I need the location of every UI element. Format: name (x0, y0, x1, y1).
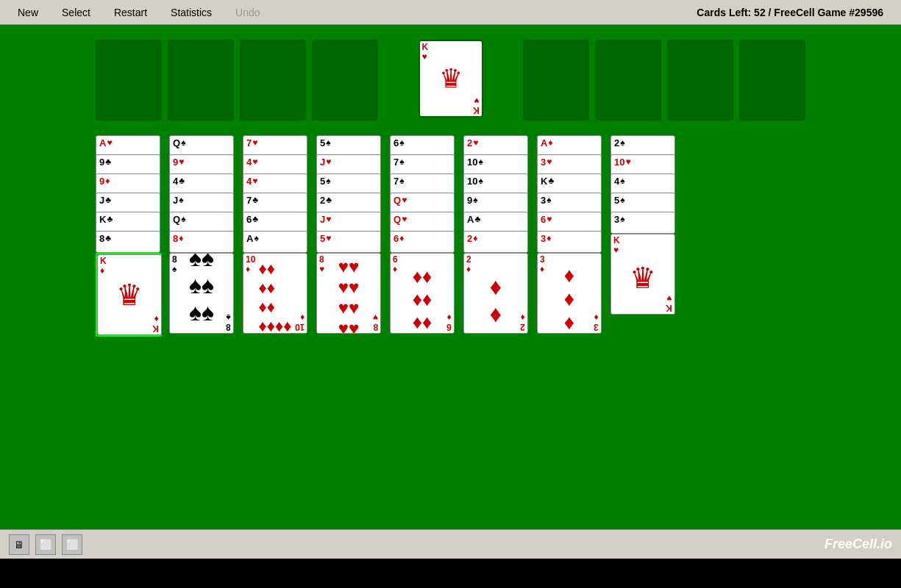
card[interactable]: 2♦ (463, 231, 528, 253)
kd-rank-br: K♦ (152, 314, 159, 333)
card[interactable]: 6♦ (390, 231, 455, 253)
card[interactable]: 8♣ (96, 231, 160, 253)
kh-icon: ♛ (630, 261, 656, 295)
king-diamonds-icon: ♛ (116, 278, 143, 312)
2d-rank-tl: 2♦ (466, 255, 471, 274)
active-king-card[interactable]: K♥ ♛ K♥ (419, 40, 483, 118)
6d-rank-tl: 6♦ (393, 255, 398, 274)
undo-menu: Undo (224, 4, 271, 21)
3d-rank-tl: 3♦ (540, 255, 545, 274)
8h-rank-tl: 8♥ (319, 255, 324, 274)
king-icon: ♛ (439, 63, 463, 94)
foundation-4[interactable] (739, 40, 805, 121)
select-menu[interactable]: Select (50, 4, 102, 21)
card-3diamonds-big[interactable]: 3♦ ♦♦♦ 3♦ (537, 253, 602, 334)
game-area: K♥ ♛ K♥ A♥ 9♣ 9♦ J♣ K♣ 8♣ K♦ (0, 25, 901, 559)
kh-rank-br: K♥ (666, 293, 672, 312)
bottom-bar: 🖥 ⬜ ⬜ FreeCell.io (0, 529, 901, 559)
monitor-icon[interactable]: 🖥 (9, 534, 29, 555)
menubar: New Select Restart Statistics Undo Cards… (0, 0, 901, 25)
column-1: A♥ 9♣ 9♦ J♣ K♣ 8♣ K♦ ♛ K♦ (96, 135, 162, 337)
8h-rank-br: 8♥ (373, 312, 378, 331)
card-2diamonds-big[interactable]: 2♦ ♦♦ 2♦ (463, 253, 528, 334)
bottom-icons: 🖥 ⬜ ⬜ (9, 534, 82, 555)
6d-rank-br: 6♦ (446, 312, 452, 331)
branding: FreeCell.io (825, 537, 892, 552)
new-menu[interactable]: New (6, 4, 50, 21)
free-cell-2[interactable] (168, 40, 234, 121)
card-8hearts[interactable]: 8♥ ♥♥♥♥♥♥♥♥ 8♥ (316, 253, 381, 334)
card-rank-tl: K♥ (422, 43, 429, 62)
2d-rank-br: 2♦ (520, 312, 525, 331)
columns-area: A♥ 9♣ 9♦ J♣ K♣ 8♣ K♦ ♛ K♦ Q♠ 9♥ 4♣ J♠ Q♠… (96, 135, 827, 337)
fullscreen-icon[interactable]: ⬜ (35, 534, 56, 555)
free-cell-1[interactable] (96, 40, 162, 121)
card[interactable]: A♠ (243, 231, 307, 253)
free-cell-4[interactable] (312, 40, 378, 121)
card-6diamonds-big[interactable]: 6♦ ♦♦♦♦♦♦ 6♦ (390, 253, 455, 334)
column-4: 5♠ J♥ 5♠ 2♣ J♥ 5♥ 8♥ ♥♥♥♥♥♥♥♥ 8♥ (316, 135, 382, 337)
free-cells (96, 40, 378, 121)
card[interactable]: 3♦ (537, 231, 602, 253)
card[interactable]: 5♥ (316, 231, 381, 253)
free-cell-3[interactable] (240, 40, 306, 121)
statistics-menu[interactable]: Statistics (159, 4, 224, 21)
3d-rank-br: 3♦ (594, 312, 599, 331)
card-rank-br: K♥ (473, 96, 480, 115)
restart-menu[interactable]: Restart (102, 4, 159, 21)
column-6: 2♥ 10♠ 10♠ 9♠ A♣ 2♦ 2♦ ♦♦ 2♦ (463, 135, 530, 337)
foundation-2[interactable] (595, 40, 661, 121)
column-5: 6♠ 7♠ 7♠ Q♥ Q♥ 6♦ 6♦ ♦♦♦♦♦♦ 6♦ (390, 135, 456, 337)
foundation-1[interactable] (523, 40, 589, 121)
foundation-3[interactable] (667, 40, 733, 121)
10d-rank-tl: 10♦ (246, 255, 255, 274)
column-7: A♦ 3♥ K♣ 3♠ 6♥ 3♦ 3♦ ♦♦♦ 3♦ (537, 135, 603, 337)
kh-rank-tl: K♥ (613, 236, 620, 255)
selected-card[interactable]: K♦ ♛ K♦ (96, 253, 162, 337)
foundation-cells (523, 40, 805, 121)
card-10diamonds[interactable]: 10♦ ♦♦♦♦♦♦♦♦♦♦ 10♦ (243, 253, 307, 334)
column-8: 2♠ 10♥ 4♠ 5♠ 3♠ K♥ ♛ K♥ (610, 135, 677, 337)
active-card-area: K♥ ♛ K♥ (384, 40, 517, 121)
8s-rank-tl: 8♠ (172, 255, 177, 274)
kd-rank-tl: K♦ (100, 257, 107, 276)
column-3: 7♥ 4♥ 4♥ 7♣ 6♣ A♠ 10♦ ♦♦♦♦♦♦♦♦♦♦ 10♦ (243, 135, 309, 337)
8s-rank-br: 8♠ (226, 312, 231, 331)
king-diamonds-card[interactable]: K♦ ♛ K♦ (97, 254, 162, 335)
card[interactable]: 8♦ (169, 231, 234, 253)
10d-rank-br: 10♦ (295, 312, 305, 331)
card[interactable]: 3♠ (610, 212, 675, 234)
column-2: Q♠ 9♥ 4♣ J♠ Q♠ 8♦ 8♠ ♠♠♠♠♠♠♠♠ 8♠ (169, 135, 235, 337)
card-king-hearts-big[interactable]: K♥ ♛ K♥ (610, 234, 675, 315)
card-8spades[interactable]: 8♠ ♠♠♠♠♠♠♠♠ 8♠ (169, 253, 234, 334)
status-text: Cards Left: 52 / FreeCell Game #29596 (697, 7, 895, 18)
top-area: K♥ ♛ K♥ (96, 40, 805, 121)
expand-icon[interactable]: ⬜ (62, 534, 82, 555)
